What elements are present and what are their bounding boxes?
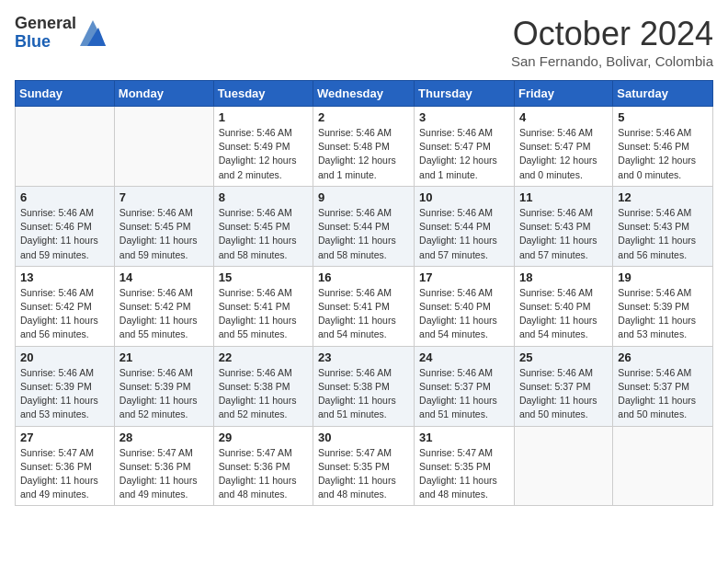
column-header-sunday: Sunday	[16, 81, 115, 107]
day-info: Sunrise: 5:46 AM Sunset: 5:48 PM Dayligh…	[318, 126, 409, 182]
column-header-saturday: Saturday	[613, 81, 713, 107]
month-title: October 2024	[511, 15, 713, 53]
calendar-cell: 23Sunrise: 5:46 AM Sunset: 5:38 PM Dayli…	[313, 346, 415, 426]
calendar-cell: 12Sunrise: 5:46 AM Sunset: 5:43 PM Dayli…	[613, 186, 713, 266]
day-info: Sunrise: 5:46 AM Sunset: 5:46 PM Dayligh…	[20, 206, 109, 262]
calendar-cell: 14Sunrise: 5:46 AM Sunset: 5:42 PM Dayli…	[114, 266, 213, 346]
week-row-4: 20Sunrise: 5:46 AM Sunset: 5:39 PM Dayli…	[16, 346, 713, 426]
day-number: 27	[20, 431, 109, 444]
calendar-cell: 5Sunrise: 5:46 AM Sunset: 5:46 PM Daylig…	[613, 107, 713, 187]
day-info: Sunrise: 5:46 AM Sunset: 5:43 PM Dayligh…	[519, 206, 608, 262]
calendar-cell: 4Sunrise: 5:46 AM Sunset: 5:47 PM Daylig…	[514, 107, 612, 187]
day-info: Sunrise: 5:46 AM Sunset: 5:37 PM Dayligh…	[618, 366, 708, 422]
day-number: 20	[20, 350, 109, 364]
day-number: 24	[419, 350, 509, 364]
day-number: 2	[318, 110, 409, 124]
day-info: Sunrise: 5:47 AM Sunset: 5:35 PM Dayligh…	[318, 446, 409, 502]
day-info: Sunrise: 5:46 AM Sunset: 5:39 PM Dayligh…	[119, 366, 209, 422]
day-number: 8	[219, 190, 308, 204]
logo: General Blue	[15, 15, 106, 52]
day-info: Sunrise: 5:46 AM Sunset: 5:44 PM Dayligh…	[419, 206, 509, 262]
calendar-cell: 17Sunrise: 5:46 AM Sunset: 5:40 PM Dayli…	[415, 266, 515, 346]
day-info: Sunrise: 5:46 AM Sunset: 5:45 PM Dayligh…	[219, 206, 308, 262]
calendar-cell: 31Sunrise: 5:47 AM Sunset: 5:35 PM Dayli…	[415, 426, 515, 506]
calendar-cell: 16Sunrise: 5:46 AM Sunset: 5:41 PM Dayli…	[313, 266, 415, 346]
calendar-cell: 10Sunrise: 5:46 AM Sunset: 5:44 PM Dayli…	[415, 186, 515, 266]
day-number: 23	[318, 350, 409, 364]
day-number: 13	[20, 270, 109, 284]
day-info: Sunrise: 5:46 AM Sunset: 5:47 PM Dayligh…	[419, 126, 509, 182]
location-subtitle: San Fernando, Bolivar, Colombia	[511, 53, 713, 69]
day-number: 6	[20, 190, 109, 204]
day-info: Sunrise: 5:47 AM Sunset: 5:36 PM Dayligh…	[219, 446, 308, 502]
day-number: 19	[618, 270, 708, 284]
day-info: Sunrise: 5:46 AM Sunset: 5:38 PM Dayligh…	[219, 366, 308, 422]
day-number: 1	[219, 110, 308, 124]
day-number: 5	[618, 110, 708, 124]
calendar-cell	[16, 107, 115, 187]
day-info: Sunrise: 5:46 AM Sunset: 5:46 PM Dayligh…	[618, 126, 708, 182]
day-info: Sunrise: 5:47 AM Sunset: 5:36 PM Dayligh…	[119, 446, 209, 502]
day-info: Sunrise: 5:46 AM Sunset: 5:42 PM Dayligh…	[119, 286, 209, 342]
week-row-3: 13Sunrise: 5:46 AM Sunset: 5:42 PM Dayli…	[16, 266, 713, 346]
calendar-cell: 6Sunrise: 5:46 AM Sunset: 5:46 PM Daylig…	[16, 186, 115, 266]
column-header-wednesday: Wednesday	[313, 81, 415, 107]
logo-icon	[80, 20, 106, 46]
calendar-cell: 26Sunrise: 5:46 AM Sunset: 5:37 PM Dayli…	[613, 346, 713, 426]
calendar-cell: 22Sunrise: 5:46 AM Sunset: 5:38 PM Dayli…	[213, 346, 313, 426]
day-info: Sunrise: 5:46 AM Sunset: 5:45 PM Dayligh…	[119, 206, 209, 262]
day-info: Sunrise: 5:47 AM Sunset: 5:36 PM Dayligh…	[20, 446, 109, 502]
day-number: 17	[419, 270, 509, 284]
day-info: Sunrise: 5:46 AM Sunset: 5:49 PM Dayligh…	[219, 126, 308, 182]
page-header: General Blue October 2024 San Fernando, …	[15, 15, 713, 69]
day-number: 21	[119, 350, 209, 364]
week-row-5: 27Sunrise: 5:47 AM Sunset: 5:36 PM Dayli…	[16, 426, 713, 506]
day-info: Sunrise: 5:46 AM Sunset: 5:38 PM Dayligh…	[318, 366, 409, 422]
calendar-cell	[514, 426, 612, 506]
day-number: 30	[318, 431, 409, 444]
day-number: 16	[318, 270, 409, 284]
day-number: 18	[519, 270, 608, 284]
day-info: Sunrise: 5:46 AM Sunset: 5:40 PM Dayligh…	[519, 286, 608, 342]
day-number: 4	[519, 110, 608, 124]
day-info: Sunrise: 5:47 AM Sunset: 5:35 PM Dayligh…	[419, 446, 509, 502]
calendar-cell: 1Sunrise: 5:46 AM Sunset: 5:49 PM Daylig…	[213, 107, 313, 187]
day-number: 11	[519, 190, 608, 204]
calendar-cell: 24Sunrise: 5:46 AM Sunset: 5:37 PM Dayli…	[415, 346, 515, 426]
day-number: 29	[219, 431, 308, 444]
day-number: 7	[119, 190, 209, 204]
day-number: 9	[318, 190, 409, 204]
calendar-cell: 18Sunrise: 5:46 AM Sunset: 5:40 PM Dayli…	[514, 266, 612, 346]
calendar-cell: 30Sunrise: 5:47 AM Sunset: 5:35 PM Dayli…	[313, 426, 415, 506]
calendar-cell: 21Sunrise: 5:46 AM Sunset: 5:39 PM Dayli…	[114, 346, 213, 426]
day-info: Sunrise: 5:46 AM Sunset: 5:41 PM Dayligh…	[219, 286, 308, 342]
day-number: 3	[419, 110, 509, 124]
day-number: 28	[119, 431, 209, 444]
day-number: 14	[119, 270, 209, 284]
calendar-cell	[114, 107, 213, 187]
day-info: Sunrise: 5:46 AM Sunset: 5:43 PM Dayligh…	[618, 206, 708, 262]
calendar-cell: 29Sunrise: 5:47 AM Sunset: 5:36 PM Dayli…	[213, 426, 313, 506]
calendar-cell: 7Sunrise: 5:46 AM Sunset: 5:45 PM Daylig…	[114, 186, 213, 266]
calendar-cell: 15Sunrise: 5:46 AM Sunset: 5:41 PM Dayli…	[213, 266, 313, 346]
calendar-cell: 19Sunrise: 5:46 AM Sunset: 5:39 PM Dayli…	[613, 266, 713, 346]
column-header-friday: Friday	[514, 81, 612, 107]
column-header-thursday: Thursday	[415, 81, 515, 107]
calendar-cell: 3Sunrise: 5:46 AM Sunset: 5:47 PM Daylig…	[415, 107, 515, 187]
calendar-cell	[613, 426, 713, 506]
title-block: October 2024 San Fernando, Bolivar, Colo…	[511, 15, 713, 69]
calendar-cell: 2Sunrise: 5:46 AM Sunset: 5:48 PM Daylig…	[313, 107, 415, 187]
day-info: Sunrise: 5:46 AM Sunset: 5:40 PM Dayligh…	[419, 286, 509, 342]
day-number: 15	[219, 270, 308, 284]
day-info: Sunrise: 5:46 AM Sunset: 5:37 PM Dayligh…	[519, 366, 608, 422]
day-number: 10	[419, 190, 509, 204]
day-number: 31	[419, 431, 509, 444]
logo-blue-text: Blue	[15, 33, 76, 52]
header-row: SundayMondayTuesdayWednesdayThursdayFrid…	[16, 81, 713, 107]
column-header-tuesday: Tuesday	[213, 81, 313, 107]
day-info: Sunrise: 5:46 AM Sunset: 5:39 PM Dayligh…	[618, 286, 708, 342]
day-number: 26	[618, 350, 708, 364]
calendar-cell: 13Sunrise: 5:46 AM Sunset: 5:42 PM Dayli…	[16, 266, 115, 346]
day-number: 25	[519, 350, 608, 364]
day-info: Sunrise: 5:46 AM Sunset: 5:44 PM Dayligh…	[318, 206, 409, 262]
